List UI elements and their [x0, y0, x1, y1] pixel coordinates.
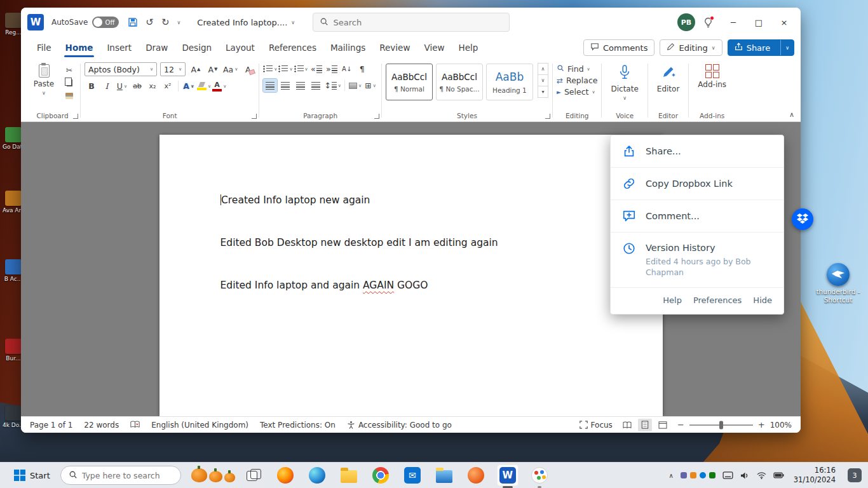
- sort-button[interactable]: A↓: [340, 62, 354, 76]
- document-page[interactable]: Created Info laptop new again Edited Bob…: [159, 135, 663, 416]
- avatar[interactable]: PB: [677, 13, 695, 31]
- zoom-slider-handle[interactable]: [719, 421, 723, 429]
- volume-tray-icon[interactable]: [740, 471, 750, 480]
- cut-button[interactable]: ✂: [62, 64, 76, 76]
- mail-taskbar-icon[interactable]: ✉: [402, 464, 423, 486]
- bullets-button[interactable]: ∨: [263, 62, 277, 76]
- tab-mailings[interactable]: Mailings: [323, 37, 372, 58]
- print-layout-button[interactable]: [638, 419, 652, 431]
- format-painter-button[interactable]: [62, 90, 76, 102]
- underline-button[interactable]: U∨: [115, 79, 129, 93]
- close-button[interactable]: ×: [771, 11, 797, 33]
- editing-mode-button[interactable]: Editing ∨: [660, 39, 722, 56]
- read-mode-button[interactable]: [620, 419, 634, 431]
- coming-soon-lightbulb-icon[interactable]: [702, 16, 714, 29]
- title-search-box[interactable]: [313, 13, 510, 32]
- styles-gallery-expand[interactable]: ▾: [538, 86, 548, 98]
- editor-button[interactable]: Editor: [652, 62, 685, 110]
- tray-overflow-chevron[interactable]: ∧: [668, 472, 673, 479]
- style-normal[interactable]: AaBbCcl ¶ Normal: [386, 64, 433, 100]
- borders-button[interactable]: ⊞∨: [363, 79, 377, 92]
- tab-home[interactable]: Home: [58, 37, 100, 58]
- autosave-toggle[interactable]: Off: [92, 17, 119, 28]
- addins-button[interactable]: Add-ins: [693, 62, 731, 110]
- highlight-button[interactable]: ∨: [197, 79, 211, 93]
- dropbox-badge[interactable]: [792, 208, 813, 230]
- zoom-level[interactable]: 100%: [770, 421, 792, 430]
- decrease-indent-button[interactable]: «: [309, 62, 323, 76]
- superscript-button[interactable]: x²: [161, 79, 175, 93]
- dropbox-help-link[interactable]: Help: [663, 295, 682, 305]
- task-view-button[interactable]: [247, 469, 261, 482]
- language-indicator[interactable]: English (United Kingdom): [151, 421, 248, 430]
- change-case-button[interactable]: Aa∨: [223, 63, 238, 76]
- zoom-out-button[interactable]: −: [677, 420, 684, 430]
- web-layout-button[interactable]: [656, 419, 670, 431]
- word-count[interactable]: 22 words: [84, 421, 119, 430]
- tab-review[interactable]: Review: [372, 37, 417, 58]
- select-button[interactable]: ► Select∨: [557, 87, 598, 97]
- show-hide-marks-button[interactable]: ¶: [355, 62, 369, 76]
- tray-app-icons[interactable]: [681, 472, 715, 478]
- share-button[interactable]: Share ∨: [728, 39, 794, 56]
- chrome-taskbar-icon[interactable]: [370, 464, 391, 486]
- find-button[interactable]: Find∨: [557, 64, 598, 74]
- shading-button[interactable]: ∨: [348, 79, 362, 92]
- collapse-ribbon-button[interactable]: ∧: [789, 111, 794, 119]
- maximize-button[interactable]: □: [746, 11, 771, 33]
- style-heading-1[interactable]: AaBb Heading 1: [486, 64, 533, 100]
- bold-button[interactable]: B: [85, 79, 98, 93]
- tab-view[interactable]: View: [417, 37, 451, 58]
- focus-mode-button[interactable]: Focus: [580, 421, 613, 430]
- zoom-in-button[interactable]: +: [758, 420, 765, 430]
- desktop-shortcut-thunderbird[interactable]: thunderbird - Shortcut: [816, 263, 860, 304]
- subscript-button[interactable]: x₂: [146, 79, 159, 93]
- network-tray-icon[interactable]: [757, 471, 766, 479]
- align-left-button[interactable]: [263, 79, 277, 92]
- font-dialog-launcher[interactable]: [252, 114, 257, 119]
- firefox-taskbar-icon[interactable]: [275, 464, 296, 486]
- word-taskbar-icon[interactable]: W: [497, 464, 519, 486]
- paint-taskbar-icon[interactable]: [529, 464, 550, 486]
- accessibility-status[interactable]: Accessibility: Good to go: [347, 421, 452, 430]
- widgets-pumpkins[interactable]: [191, 468, 235, 482]
- battery-tray-icon[interactable]: [773, 472, 784, 478]
- font-size-combo[interactable]: 12∨: [160, 62, 186, 76]
- text-effects-button[interactable]: A∨: [182, 79, 196, 93]
- font-name-combo[interactable]: Aptos (Body)∨: [85, 62, 157, 76]
- dropbox-copy-link-item[interactable]: Copy Dropbox Link: [611, 167, 783, 200]
- undo-icon[interactable]: ↺: [146, 18, 154, 27]
- styles-scroll-down[interactable]: ∨: [538, 74, 548, 86]
- paragraph-dialog-launcher[interactable]: [374, 114, 379, 119]
- paste-button[interactable]: Paste ∨: [29, 62, 59, 110]
- align-center-button[interactable]: [278, 79, 292, 92]
- taskbar-search-input[interactable]: [82, 471, 173, 480]
- proofing-icon[interactable]: [130, 421, 140, 429]
- tab-layout[interactable]: Layout: [219, 37, 262, 58]
- dropbox-version-history-item[interactable]: Version History Edited 4 hours ago by Bo…: [611, 232, 783, 287]
- clear-formatting-button[interactable]: A: [241, 63, 255, 76]
- font-color-button[interactable]: A ∨: [212, 79, 226, 93]
- tab-insert[interactable]: Insert: [100, 37, 139, 58]
- tab-help[interactable]: Help: [452, 37, 485, 58]
- dropbox-comment-item[interactable]: Comment...: [611, 200, 783, 232]
- replace-button[interactable]: ⇄ Replace: [557, 76, 598, 85]
- dictate-button[interactable]: Dictate ∨: [606, 62, 643, 110]
- save-icon[interactable]: [128, 17, 138, 27]
- keyboard-tray-icon[interactable]: [722, 471, 733, 479]
- italic-button[interactable]: I: [100, 79, 114, 93]
- app-taskbar-icon[interactable]: [465, 464, 487, 486]
- taskbar-search-box[interactable]: [60, 466, 181, 485]
- dropbox-hide-link[interactable]: Hide: [753, 295, 772, 305]
- style-no-spacing[interactable]: AaBbCcl ¶ No Spac...: [436, 64, 483, 100]
- tab-draw[interactable]: Draw: [139, 37, 175, 58]
- edge-taskbar-icon[interactable]: [306, 464, 328, 486]
- justify-button[interactable]: [309, 79, 323, 92]
- styles-scroll-up[interactable]: ∧: [538, 63, 548, 75]
- numbering-button[interactable]: ∨: [278, 62, 292, 76]
- share-dropdown-chevron[interactable]: ∨: [780, 40, 794, 55]
- multilevel-list-button[interactable]: ∨: [294, 62, 308, 76]
- tab-references[interactable]: References: [262, 37, 323, 58]
- tab-file[interactable]: File: [30, 37, 58, 58]
- dropbox-preferences-link[interactable]: Preferences: [693, 295, 742, 305]
